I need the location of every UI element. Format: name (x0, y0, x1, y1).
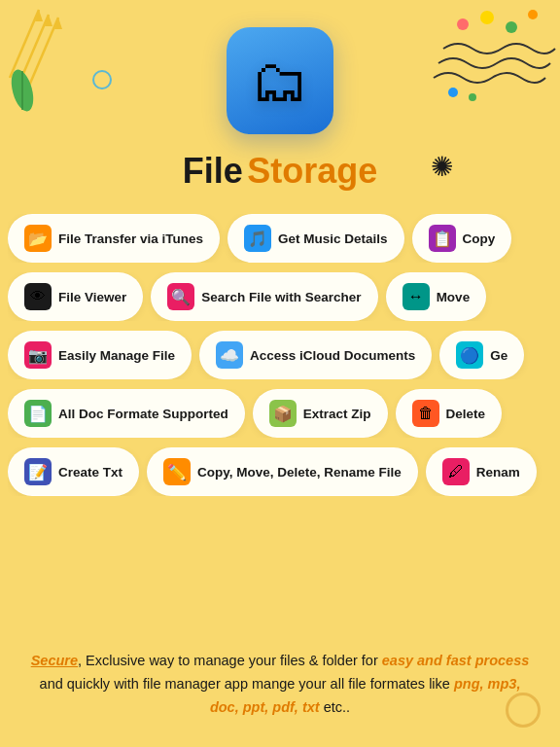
pill-icloud[interactable]: ☁️ Access iCloud Documents (199, 331, 432, 379)
pill-copy-move-label: Copy, Move, Delete, Rename File (197, 465, 402, 480)
pill-doc-format[interactable]: 📄 All Doc Formate Supported (8, 389, 245, 438)
deco-top-right (424, 0, 560, 107)
pill-get-label: Ge (490, 348, 508, 363)
pill-search-file[interactable]: 🔍 Search File with Searcher (151, 272, 377, 321)
icloud-icon: ☁️ (216, 341, 243, 369)
desc-part2: and quickly with file manager app mange … (40, 676, 454, 692)
music-icon: 🎵 (244, 225, 271, 252)
pill-manage-file[interactable]: 📷 Easily Manage File (8, 331, 192, 379)
pill-create-txt[interactable]: 📝 Create Txt (8, 447, 139, 496)
svg-point-8 (506, 21, 517, 33)
title-star: ✺ (431, 151, 453, 183)
svg-point-7 (480, 11, 494, 24)
pill-copy-move[interactable]: ✏️ Copy, Move, Delete, Rename File (147, 447, 418, 496)
app-icon: 🗂 (227, 27, 333, 134)
txt-icon: 📝 (24, 458, 52, 485)
search-icon: 🔍 (167, 283, 194, 310)
features-container: 📂 File Transfer via iTunes 🎵 Get Music D… (0, 214, 560, 506)
get-icon: 🔵 (456, 341, 483, 369)
pill-file-viewer[interactable]: 👁 File Viewer (8, 272, 143, 321)
deco-circle (92, 70, 112, 89)
pills-row-1: 📂 File Transfer via iTunes 🎵 Get Music D… (8, 214, 552, 263)
pill-doc-format-label: All Doc Formate Supported (58, 407, 228, 421)
svg-point-11 (469, 93, 476, 101)
pill-file-transfer-label: File Transfer via iTunes (58, 231, 203, 246)
zip-icon: 📦 (269, 400, 297, 427)
file-transfer-icon: 📂 (24, 225, 52, 252)
pill-copy-label: Copy (463, 231, 496, 246)
title-file: File (183, 151, 243, 191)
pill-get-music-label: Get Music Details (278, 231, 388, 246)
app-title: File Storage (0, 151, 560, 192)
copy-icon: 📋 (429, 225, 456, 252)
pills-row-3: 📷 Easily Manage File ☁️ Access iCloud Do… (8, 331, 552, 379)
pill-delete[interactable]: 🗑 Delete (396, 389, 503, 438)
svg-point-10 (448, 88, 458, 97)
pill-file-transfer[interactable]: 📂 File Transfer via iTunes (8, 214, 220, 263)
manage-icon: 📷 (24, 341, 52, 369)
pill-delete-label: Delete (446, 407, 486, 421)
rename-icon: 🖊 (442, 458, 470, 485)
pills-row-4: 📄 All Doc Formate Supported 📦 Extract Zi… (8, 389, 552, 438)
pill-rename[interactable]: 🖊 Renam (426, 447, 537, 496)
pill-move-label: Move (437, 290, 471, 304)
pill-move[interactable]: ↔ Move (386, 272, 487, 321)
pills-row-2: 👁 File Viewer 🔍 Search File with Searche… (8, 272, 552, 321)
pill-copy[interactable]: 📋 Copy (412, 214, 512, 263)
viewer-icon: 👁 (24, 283, 52, 310)
desc-secure: Secure (31, 653, 78, 668)
folder-icon: 🗂 (251, 48, 309, 115)
pill-search-file-label: Search File with Searcher (201, 290, 361, 304)
pill-extract-zip-label: Extract Zip (303, 407, 371, 421)
move-icon: ↔ (402, 283, 430, 310)
desc-fast-process: easy and fast process (382, 653, 530, 668)
doc-icon: 📄 (24, 400, 52, 427)
pill-manage-file-label: Easily Manage File (58, 348, 175, 363)
svg-point-6 (457, 18, 469, 30)
pill-icloud-label: Access iCloud Documents (250, 348, 415, 363)
desc-part1: , Exclusive way to manage your files & f… (78, 653, 382, 668)
deco-leaf (8, 66, 37, 115)
desc-part3: etc.. (320, 699, 350, 715)
pill-get[interactable]: 🔵 Ge (439, 331, 524, 379)
delete-icon: 🗑 (412, 400, 439, 427)
pill-rename-label: Renam (476, 465, 520, 480)
pill-file-viewer-label: File Viewer (58, 290, 126, 304)
description-text: Secure, Exclusive way to manage your fil… (29, 650, 531, 720)
deco-bottom-circle (506, 693, 541, 728)
title-storage: Storage (247, 151, 377, 191)
pill-get-music[interactable]: 🎵 Get Music Details (228, 214, 404, 263)
svg-point-9 (528, 10, 538, 19)
pill-create-txt-label: Create Txt (58, 465, 122, 480)
pill-extract-zip[interactable]: 📦 Extract Zip (253, 389, 388, 438)
pills-row-5: 📝 Create Txt ✏️ Copy, Move, Delete, Rena… (8, 447, 552, 496)
copy-move-icon: ✏️ (163, 458, 191, 485)
